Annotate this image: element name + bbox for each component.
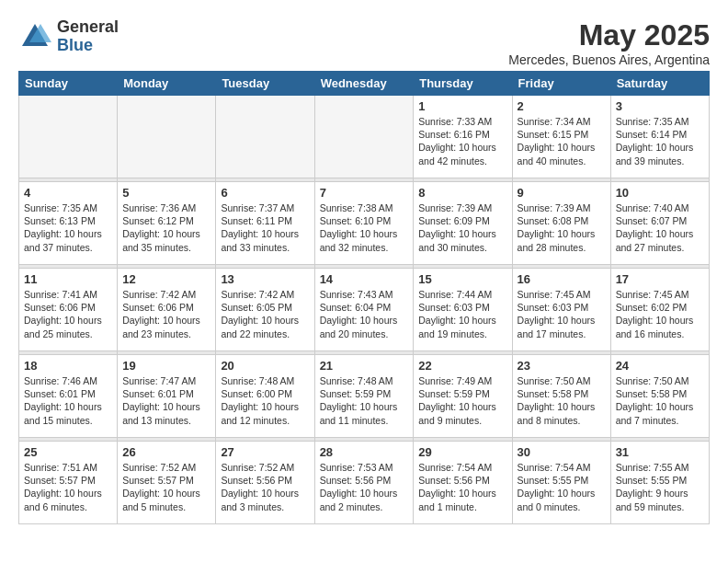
calendar-cell: 16 Sunrise: 7:45 AM Sunset: 6:03 PM Dayl… [512, 269, 610, 351]
daylight: Daylight: 10 hours and 32 minutes. [320, 228, 398, 252]
sunset: Sunset: 6:03 PM [418, 302, 490, 313]
daylight: Daylight: 10 hours and 13 minutes. [122, 401, 200, 425]
sunrise: Sunrise: 7:55 AM [616, 462, 689, 473]
daylight: Daylight: 10 hours and 23 minutes. [122, 315, 200, 339]
day-info: Sunrise: 7:50 AM Sunset: 5:58 PM Dayligh… [518, 374, 606, 427]
daylight: Daylight: 10 hours and 30 minutes. [418, 228, 496, 252]
title-block: May 2025 Mercedes, Buenos Aires, Argenti… [508, 18, 710, 67]
sunrise: Sunrise: 7:47 AM [122, 375, 196, 386]
sunset: Sunset: 6:13 PM [24, 215, 96, 226]
day-number: 20 [221, 359, 309, 373]
day-info: Sunrise: 7:45 AM Sunset: 6:03 PM Dayligh… [518, 288, 606, 340]
calendar-cell [118, 96, 216, 178]
sunrise: Sunrise: 7:45 AM [616, 289, 689, 300]
sunset: Sunset: 6:08 PM [518, 215, 589, 226]
day-info: Sunrise: 7:50 AM Sunset: 5:58 PM Dayligh… [616, 374, 704, 427]
calendar-cell: 4 Sunrise: 7:35 AM Sunset: 6:13 PM Dayli… [19, 182, 118, 265]
day-number: 8 [418, 186, 506, 200]
day-info: Sunrise: 7:54 AM Sunset: 5:55 PM Dayligh… [518, 461, 606, 513]
daylight: Daylight: 10 hours and 7 minutes. [616, 401, 694, 425]
sunrise: Sunrise: 7:39 AM [518, 202, 591, 213]
col-friday: Friday [512, 72, 610, 96]
day-info: Sunrise: 7:49 AM Sunset: 5:59 PM Dayligh… [418, 374, 506, 427]
sunrise: Sunrise: 7:45 AM [518, 289, 591, 300]
day-info: Sunrise: 7:37 AM Sunset: 6:11 PM Dayligh… [221, 201, 309, 254]
calendar-cell: 7 Sunrise: 7:38 AM Sunset: 6:10 PM Dayli… [314, 182, 414, 265]
calendar-cell: 18 Sunrise: 7:46 AM Sunset: 6:01 PM Dayl… [19, 355, 118, 438]
day-info: Sunrise: 7:51 AM Sunset: 5:57 PM Dayligh… [24, 461, 112, 513]
daylight: Daylight: 10 hours and 6 minutes. [24, 488, 102, 511]
sunrise: Sunrise: 7:42 AM [221, 289, 294, 300]
day-number: 19 [122, 359, 210, 373]
calendar-week-5: 25 Sunrise: 7:51 AM Sunset: 5:57 PM Dayl… [19, 442, 710, 524]
sunset: Sunset: 6:10 PM [320, 215, 392, 226]
calendar-cell: 2 Sunrise: 7:34 AM Sunset: 6:15 PM Dayli… [512, 96, 610, 178]
calendar-cell: 27 Sunrise: 7:52 AM Sunset: 5:56 PM Dayl… [216, 442, 314, 524]
sunrise: Sunrise: 7:48 AM [221, 375, 294, 386]
sunrise: Sunrise: 7:49 AM [418, 375, 492, 386]
sunrise: Sunrise: 7:52 AM [122, 462, 196, 473]
sunrise: Sunrise: 7:52 AM [221, 462, 294, 473]
sunrise: Sunrise: 7:39 AM [418, 202, 492, 213]
logo-text: General Blue [57, 18, 119, 55]
calendar-cell [19, 96, 118, 178]
daylight: Daylight: 10 hours and 37 minutes. [24, 228, 102, 252]
day-number: 3 [616, 99, 704, 113]
daylight: Daylight: 10 hours and 1 minute. [418, 488, 496, 511]
calendar-cell [216, 96, 314, 178]
daylight: Daylight: 10 hours and 42 minutes. [418, 142, 496, 166]
calendar-cell: 10 Sunrise: 7:40 AM Sunset: 6:07 PM Dayl… [610, 182, 709, 265]
day-number: 14 [320, 272, 409, 286]
sunrise: Sunrise: 7:37 AM [221, 202, 294, 213]
sunset: Sunset: 6:09 PM [418, 215, 490, 226]
sunrise: Sunrise: 7:35 AM [24, 202, 97, 213]
calendar-cell: 9 Sunrise: 7:39 AM Sunset: 6:08 PM Dayli… [512, 182, 610, 265]
calendar-cell: 1 Sunrise: 7:33 AM Sunset: 6:16 PM Dayli… [414, 96, 512, 178]
day-info: Sunrise: 7:53 AM Sunset: 5:56 PM Dayligh… [320, 461, 409, 513]
day-number: 1 [418, 99, 506, 113]
logo-blue: Blue [57, 36, 93, 54]
calendar-week-1: 1 Sunrise: 7:33 AM Sunset: 6:16 PM Dayli… [19, 96, 710, 178]
sunrise: Sunrise: 7:41 AM [24, 289, 97, 300]
sunset: Sunset: 6:14 PM [616, 129, 688, 140]
daylight: Daylight: 10 hours and 40 minutes. [518, 142, 596, 166]
daylight: Daylight: 10 hours and 27 minutes. [616, 228, 694, 252]
sunrise: Sunrise: 7:46 AM [24, 375, 97, 386]
daylight: Daylight: 10 hours and 35 minutes. [122, 228, 200, 252]
day-number: 2 [518, 99, 606, 113]
col-tuesday: Tuesday [216, 72, 314, 96]
sunset: Sunset: 5:59 PM [418, 388, 490, 399]
sunrise: Sunrise: 7:43 AM [320, 289, 393, 300]
day-info: Sunrise: 7:55 AM Sunset: 5:55 PM Dayligh… [616, 461, 704, 513]
day-info: Sunrise: 7:34 AM Sunset: 6:15 PM Dayligh… [518, 115, 606, 167]
day-number: 4 [24, 186, 112, 200]
daylight: Daylight: 10 hours and 12 minutes. [221, 401, 299, 425]
daylight: Daylight: 10 hours and 16 minutes. [616, 315, 694, 339]
sunset: Sunset: 6:04 PM [320, 302, 392, 313]
calendar-week-4: 18 Sunrise: 7:46 AM Sunset: 6:01 PM Dayl… [19, 355, 710, 438]
calendar-cell: 21 Sunrise: 7:48 AM Sunset: 5:59 PM Dayl… [314, 355, 414, 438]
day-number: 29 [418, 445, 506, 459]
daylight: Daylight: 10 hours and 20 minutes. [320, 315, 398, 339]
sunset: Sunset: 5:59 PM [320, 388, 392, 399]
sunrise: Sunrise: 7:42 AM [122, 289, 196, 300]
sunset: Sunset: 5:56 PM [221, 475, 292, 486]
day-info: Sunrise: 7:39 AM Sunset: 6:09 PM Dayligh… [418, 201, 506, 254]
sunset: Sunset: 5:58 PM [518, 388, 589, 399]
day-number: 28 [320, 445, 409, 459]
day-info: Sunrise: 7:35 AM Sunset: 6:13 PM Dayligh… [24, 201, 112, 254]
daylight: Daylight: 10 hours and 9 minutes. [418, 401, 496, 425]
calendar-cell: 29 Sunrise: 7:54 AM Sunset: 5:56 PM Dayl… [414, 442, 512, 524]
day-number: 30 [518, 445, 606, 459]
calendar-cell: 8 Sunrise: 7:39 AM Sunset: 6:09 PM Dayli… [414, 182, 512, 265]
day-info: Sunrise: 7:39 AM Sunset: 6:08 PM Dayligh… [518, 201, 606, 254]
day-info: Sunrise: 7:44 AM Sunset: 6:03 PM Dayligh… [418, 288, 506, 340]
day-number: 26 [122, 445, 210, 459]
sunrise: Sunrise: 7:51 AM [24, 462, 97, 473]
day-number: 13 [221, 272, 309, 286]
daylight: Daylight: 10 hours and 11 minutes. [320, 401, 398, 425]
sunset: Sunset: 6:11 PM [221, 215, 292, 226]
sunset: Sunset: 6:01 PM [122, 388, 194, 399]
sunset: Sunset: 5:56 PM [418, 475, 490, 486]
calendar-cell: 19 Sunrise: 7:47 AM Sunset: 6:01 PM Dayl… [118, 355, 216, 438]
